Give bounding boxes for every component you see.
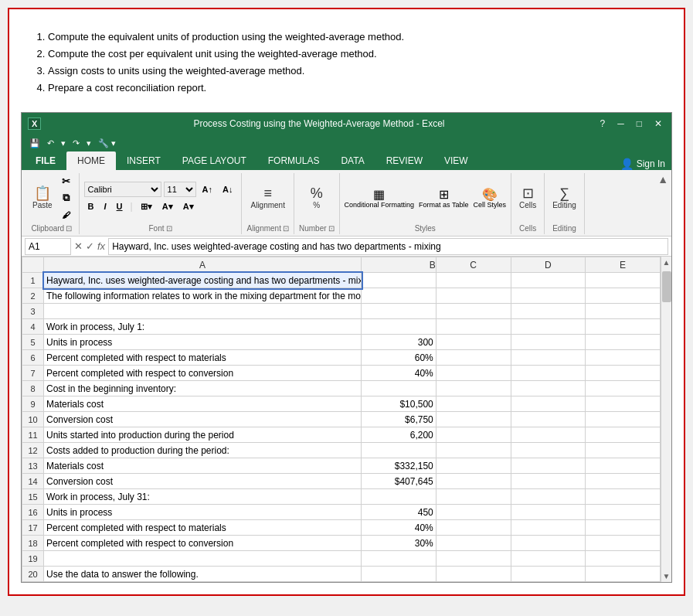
cell-19-C[interactable]	[436, 551, 511, 567]
cell-9-C[interactable]	[436, 396, 511, 412]
cell-5-E[interactable]	[586, 335, 661, 350]
tab-data[interactable]: DATA	[330, 151, 375, 170]
clipboard-expand-icon[interactable]: ⊡	[66, 224, 72, 233]
borders-button[interactable]: ⊞▾	[137, 199, 156, 214]
cell-2-D[interactable]	[511, 288, 586, 304]
row-header-11[interactable]: 11	[22, 427, 44, 443]
col-header-c[interactable]: C	[436, 257, 511, 273]
cell-6-C[interactable]	[436, 350, 511, 366]
cell-12-A[interactable]: Costs added to production during the per…	[44, 443, 362, 458]
cell-4-D[interactable]	[511, 319, 586, 335]
row-header-12[interactable]: 12	[22, 443, 44, 458]
alignment-expand-icon[interactable]: ⊡	[283, 224, 289, 233]
cell-16-A[interactable]: Units in process	[44, 505, 362, 520]
italic-button[interactable]: I	[100, 199, 110, 214]
cell-14-E[interactable]	[586, 474, 661, 489]
cell-18-B[interactable]: 30%	[362, 536, 437, 551]
cell-2-A[interactable]: The following information relates to wor…	[44, 288, 362, 304]
cell-16-C[interactable]	[436, 505, 511, 520]
cell-11-E[interactable]	[586, 427, 661, 443]
cell-1-C[interactable]	[436, 273, 511, 288]
cell-11-C[interactable]	[436, 427, 511, 443]
format-table-button[interactable]: ⊞ Format as Table	[419, 187, 468, 209]
row-header-16[interactable]: 16	[22, 505, 44, 520]
cell-reference-input[interactable]	[25, 238, 71, 255]
cell-16-B[interactable]: 450	[362, 505, 437, 520]
cell-13-C[interactable]	[436, 458, 511, 474]
cell-5-C[interactable]	[436, 335, 511, 350]
cell-5-A[interactable]: Units in process	[44, 335, 362, 350]
row-header-5[interactable]: 5	[22, 335, 44, 350]
cell-20-A[interactable]: Use the data to answer the following.	[44, 567, 362, 582]
cell-8-C[interactable]	[436, 381, 511, 396]
number-button[interactable]: % %	[306, 185, 328, 211]
cell-20-B[interactable]	[362, 567, 437, 582]
copy-button[interactable]: ⧉	[58, 190, 74, 206]
row-header-6[interactable]: 6	[22, 350, 44, 366]
cell-17-D[interactable]	[511, 520, 586, 536]
cell-15-B[interactable]	[362, 489, 437, 505]
row-header-8[interactable]: 8	[22, 381, 44, 396]
row-header-19[interactable]: 19	[22, 551, 44, 567]
cell-8-E[interactable]	[586, 381, 661, 396]
editing-button[interactable]: ∑ Editing	[549, 185, 579, 211]
cell-14-C[interactable]	[436, 474, 511, 489]
cell-18-E[interactable]	[586, 536, 661, 551]
cell-14-A[interactable]: Conversion cost	[44, 474, 362, 489]
row-header-13[interactable]: 13	[22, 458, 44, 474]
cell-15-C[interactable]	[436, 489, 511, 505]
cell-4-B[interactable]	[362, 319, 437, 335]
tab-view[interactable]: VIEW	[433, 151, 479, 170]
tab-review[interactable]: REVIEW	[375, 151, 433, 170]
cell-16-D[interactable]	[511, 505, 586, 520]
cell-17-A[interactable]: Percent completed with respect to materi…	[44, 520, 362, 536]
cell-19-A[interactable]	[44, 551, 362, 567]
number-expand-icon[interactable]: ⊡	[328, 224, 335, 233]
underline-button[interactable]: U	[113, 199, 127, 214]
row-header-7[interactable]: 7	[22, 366, 44, 381]
paste-button[interactable]: 📋 Paste	[29, 185, 56, 211]
cell-14-B[interactable]: $407,645	[362, 474, 437, 489]
cell-18-C[interactable]	[436, 536, 511, 551]
cell-12-D[interactable]	[511, 443, 586, 458]
cell-19-D[interactable]	[511, 551, 586, 567]
cell-11-D[interactable]	[511, 427, 586, 443]
font-size-select[interactable]: 11	[164, 182, 196, 197]
qa-undo-dropdown[interactable]: ▾	[59, 138, 67, 149]
cell-1-A[interactable]: Hayward, Inc. uses weighted-average cost…	[44, 273, 362, 288]
cell-20-C[interactable]	[436, 567, 511, 582]
cell-19-E[interactable]	[586, 551, 661, 567]
cell-7-C[interactable]	[436, 366, 511, 381]
conditional-formatting-button[interactable]: ▦ Conditional Formatting	[345, 187, 415, 209]
cell-6-E[interactable]	[586, 350, 661, 366]
cell-6-B[interactable]: 60%	[362, 350, 437, 366]
cell-5-B[interactable]: 300	[362, 335, 437, 350]
row-header-18[interactable]: 18	[22, 536, 44, 551]
qa-save-button[interactable]: 💾	[28, 138, 42, 149]
col-header-e[interactable]: E	[586, 257, 661, 273]
qa-redo-button[interactable]: ↷	[71, 138, 81, 149]
scroll-down-arrow[interactable]: ▼	[661, 570, 671, 582]
cell-10-A[interactable]: Conversion cost	[44, 412, 362, 427]
cell-8-D[interactable]	[511, 381, 586, 396]
tab-insert[interactable]: INSERT	[116, 151, 172, 170]
scroll-up-arrow[interactable]: ▲	[661, 257, 671, 268]
col-header-d[interactable]: D	[511, 257, 586, 273]
row-header-15[interactable]: 15	[22, 489, 44, 505]
row-header-17[interactable]: 17	[22, 520, 44, 536]
sign-in-button[interactable]: Sign In	[637, 158, 665, 169]
cell-17-C[interactable]	[436, 520, 511, 536]
cell-2-B[interactable]	[362, 288, 437, 304]
cell-10-B[interactable]: $6,750	[362, 412, 437, 427]
qa-customize-button[interactable]: 🔧 ▾	[97, 138, 117, 149]
cell-13-A[interactable]: Materials cost	[44, 458, 362, 474]
qa-undo-button[interactable]: ↶	[46, 138, 56, 149]
cell-7-E[interactable]	[586, 366, 661, 381]
cell-1-E[interactable]	[586, 273, 661, 288]
tab-formulas[interactable]: FORMULAS	[257, 151, 331, 170]
cell-8-A[interactable]: Cost in the beginning inventory:	[44, 381, 362, 396]
cell-1-B[interactable]	[362, 273, 437, 288]
cell-19-B[interactable]	[362, 551, 437, 567]
help-button[interactable]: ?	[597, 117, 609, 130]
cell-18-D[interactable]	[511, 536, 586, 551]
